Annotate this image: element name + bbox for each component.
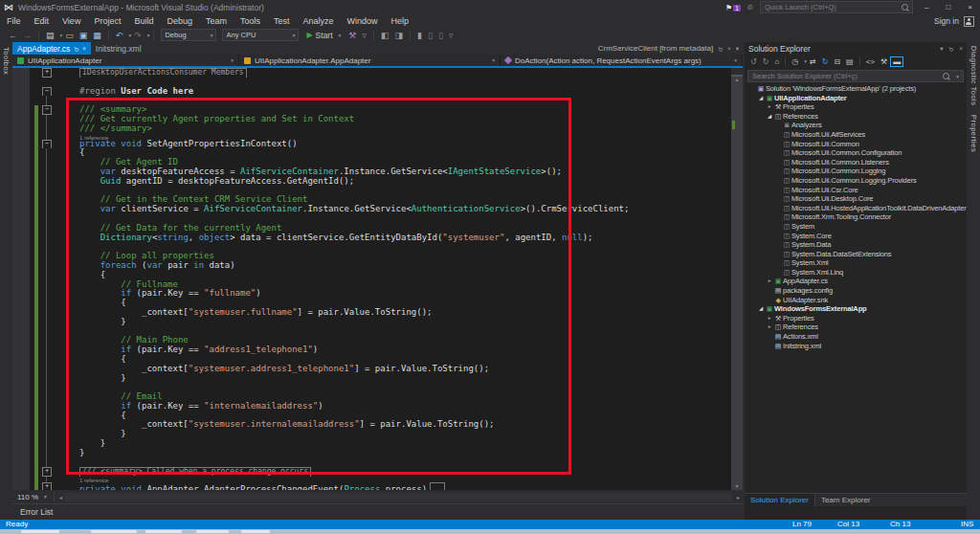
tab-team-explorer[interactable]: Team Explorer — [815, 494, 877, 506]
tree-item[interactable]: ◫Microsoft.Uii.Common — [745, 140, 967, 149]
breadcrumb-section-1[interactable]: UIIApplicationAdapter.AppAdapter▾ — [239, 55, 501, 66]
tree-item[interactable]: ◫Microsoft.Uii.Common.Configuration — [745, 148, 967, 158]
show-all-files-icon[interactable]: ▤ — [843, 57, 857, 66]
menu-item-edit[interactable]: Edit — [28, 16, 56, 26]
tree-item[interactable]: ◫System.Core — [745, 232, 967, 241]
collapse-arrow-icon[interactable]: ◢ — [766, 112, 773, 122]
tab-appadapter-cs[interactable]: AppAdapter.cs⚲× — [12, 42, 91, 55]
attach-to-process-icon[interactable]: ⚒ — [345, 31, 359, 40]
horizontal-scrollbar[interactable] — [65, 493, 732, 501]
preview-tab-label[interactable]: CrmServiceClient [from metadata] — [598, 44, 713, 53]
menu-item-window[interactable]: Window — [341, 16, 385, 26]
tab-list-dropdown-icon[interactable]: ▾ — [736, 45, 739, 53]
close-icon[interactable]: × — [82, 45, 86, 52]
next-bookmark-icon[interactable]: ▯ — [435, 31, 446, 40]
comment-icon[interactable]: ◨ — [391, 31, 406, 40]
find-in-files-icon[interactable]: ◧ — [378, 31, 392, 40]
menu-item-build[interactable]: Build — [127, 16, 160, 26]
menu-item-help[interactable]: Help — [385, 16, 416, 26]
start-debugging-button[interactable]: ▶Start▾ — [306, 31, 341, 40]
tree-item[interactable]: ◫Microsoft.Uii.HostedApplicationToolkit.… — [745, 204, 967, 213]
redo-icon-dropdown[interactable]: ▾ — [147, 33, 150, 38]
menu-item-file[interactable]: File — [0, 16, 28, 26]
keep-open-icon[interactable]: ⚲ — [716, 44, 724, 53]
tab-initstring-xml[interactable]: Initstring.xml — [91, 42, 146, 55]
tree-item[interactable]: ◫System.Data.DataSetExtensions — [745, 250, 967, 259]
tree-item[interactable]: ◫Microsoft.Uii.Common.Logging — [745, 167, 967, 176]
home-icon[interactable]: ⌂ — [771, 57, 782, 66]
tree-item[interactable]: ◆UIIAdapter.snk — [745, 296, 967, 305]
expand-region-icon[interactable]: + — [42, 467, 52, 477]
tree-item[interactable]: ▤Initstring.xml — [745, 342, 967, 351]
solution-explorer-header[interactable]: Solution Explorer ▾ ⚲ × — [745, 42, 967, 55]
close-button[interactable]: × — [962, 3, 978, 11]
taskbar-item[interactable] — [196, 530, 229, 533]
code-editor[interactable]: +IDesktopUserActionsConsumer Members−#re… — [12, 68, 743, 490]
minimize-button[interactable]: – — [919, 3, 934, 11]
breadcrumb-section-2[interactable]: DoAction(Action action, RequestActionEve… — [501, 55, 743, 66]
undo-icon[interactable]: ↶ — [113, 31, 126, 40]
collapse-region-icon[interactable]: − — [42, 105, 52, 115]
tree-item[interactable]: ◫Microsoft.Xrm.Tooling.Connector — [745, 212, 967, 222]
zoom-control[interactable]: 110 % ▾ — [12, 493, 52, 501]
redo-icon[interactable]: ↷ — [131, 31, 145, 40]
close-icon[interactable]: × — [959, 45, 963, 52]
sync-with-active-document-icon[interactable]: ⇄ — [807, 57, 819, 66]
collapsed-body-box[interactable] — [430, 482, 445, 490]
preview-document-tab[interactable]: CrmServiceClient [from metadata] ⚲ × ▾ — [598, 42, 743, 55]
menu-item-analyze[interactable]: Analyze — [297, 16, 341, 26]
windows-taskbar[interactable] — [0, 529, 980, 534]
expand-region-icon[interactable]: + — [42, 68, 52, 78]
taskbar-item[interactable] — [21, 530, 59, 533]
tree-item[interactable]: ◫System.Xml — [745, 258, 967, 268]
pin-icon[interactable]: ⚲ — [72, 44, 80, 53]
tab-diagnostic-tools[interactable]: Diagnostic Tools — [969, 46, 978, 105]
menu-item-project[interactable]: Project — [87, 16, 127, 26]
feedback-icon[interactable]: ☺ — [746, 3, 754, 11]
menu-item-tools[interactable]: Tools — [234, 16, 267, 26]
notifications-flag-icon[interactable]: ⚑1 — [725, 3, 741, 12]
menu-item-team[interactable]: Team — [199, 16, 234, 26]
tree-item[interactable]: ▸▣AppAdapter.cs — [745, 277, 967, 286]
toolbar-overflow-icon[interactable]: ▿ — [359, 31, 369, 40]
expand-arrow-icon[interactable]: ▸ — [766, 314, 773, 323]
tab-toolbox[interactable]: Toolbox — [2, 47, 11, 75]
tree-item[interactable]: ▣Solution 'WindowsFormsExternalApp' (2 p… — [745, 84, 967, 94]
scroll-right-icon[interactable]: ▸ — [734, 494, 743, 501]
open-file-icon[interactable]: ▭ — [62, 31, 77, 40]
expand-arrow-icon[interactable]: ▸ — [766, 277, 773, 286]
restore-button[interactable]: □ — [940, 3, 956, 11]
bookmark-icon[interactable]: ▮ — [414, 31, 425, 40]
tree-item[interactable]: ▤packages.config — [745, 286, 967, 296]
tree-item[interactable]: ◫Microsoft.Uii.Common.Logging.Providers — [745, 176, 967, 186]
vertical-scrollbar[interactable]: ▴ ▾ — [731, 68, 743, 490]
menu-item-test[interactable]: Test — [267, 16, 297, 26]
tree-item[interactable]: ◢◫References — [745, 112, 967, 122]
solution-platforms-select[interactable]: Any CPU▾ — [222, 29, 299, 41]
collapse-region-icon[interactable]: − — [42, 140, 52, 149]
expand-arrow-icon[interactable]: ▸ — [766, 102, 773, 112]
tree-item[interactable]: ◫System.Data — [745, 240, 967, 250]
quick-launch-input[interactable]: Quick Launch (Ctrl+Q) — [760, 1, 913, 13]
user-avatar-icon[interactable] — [964, 16, 974, 27]
pending-changes-filter-icon[interactable]: ◷ — [789, 57, 801, 66]
back-icon[interactable]: ↺ — [747, 57, 760, 66]
tree-item[interactable]: ◫Microsoft.Uii.Common.Listeners — [745, 158, 967, 167]
refresh-icon[interactable]: ↻ — [819, 57, 832, 66]
expand-arrow-icon[interactable]: ▸ — [766, 323, 773, 332]
menu-item-view[interactable]: View — [56, 16, 87, 26]
scroll-up-icon[interactable]: ▴ — [731, 76, 743, 82]
forward-icon[interactable]: ↻ — [760, 57, 772, 66]
tab-properties[interactable]: Properties — [969, 115, 978, 152]
navigate-forward-icon[interactable]: → — [20, 31, 34, 40]
tree-item[interactable]: ▸⚒Properties — [745, 102, 967, 112]
solution-configurations-select[interactable]: Debug▾ — [161, 29, 216, 41]
solution-search-input[interactable]: Search Solution Explorer (Ctrl+ç) ▾ — [747, 70, 964, 82]
save-all-icon[interactable]: ▦ — [90, 31, 104, 40]
tree-item[interactable]: ◫Microsoft.Uii.Csr.Core — [745, 186, 967, 195]
new-item-icon[interactable]: ▤ — [43, 31, 57, 40]
prev-bookmark-icon[interactable]: ▯ — [425, 31, 435, 40]
expand-region-icon[interactable]: + — [42, 482, 52, 490]
window-position-dropdown-icon[interactable]: ▾ — [940, 45, 943, 53]
preview-selected-items-icon[interactable]: ▬ — [890, 56, 903, 67]
